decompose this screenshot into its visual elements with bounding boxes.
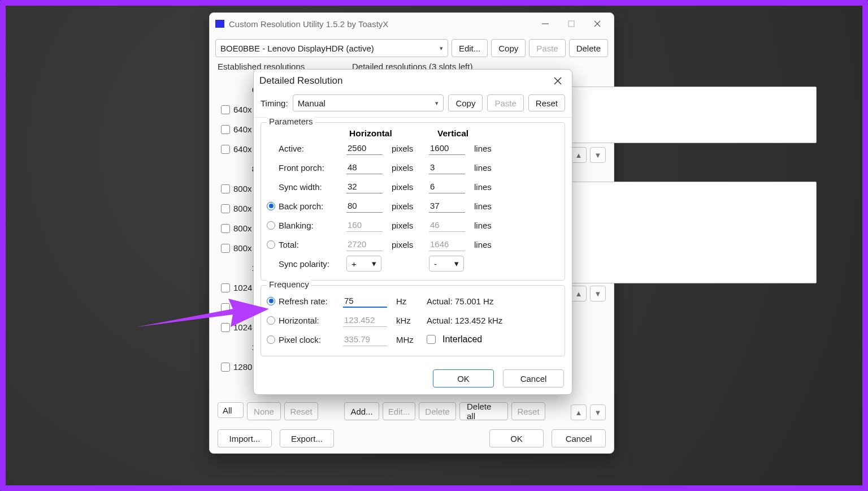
app-icon xyxy=(215,20,224,28)
delete-display-button[interactable]: Delete xyxy=(569,39,608,57)
refresh-radio[interactable] xyxy=(267,297,275,305)
horizontal-actual: Actual: 123.452 kHz xyxy=(427,316,502,325)
blanking-radio[interactable] xyxy=(267,221,275,230)
checkbox-icon[interactable] xyxy=(221,184,230,193)
chevron-down-icon: ▾ xyxy=(454,259,459,269)
window-title: Custom Resolution Utility 1.5.2 by Toast… xyxy=(229,19,532,29)
det-deleteall-button[interactable]: Delete all xyxy=(459,402,508,420)
maximize-button[interactable] xyxy=(558,15,584,32)
checkbox-icon[interactable] xyxy=(221,244,230,253)
move-up-icon[interactable]: ▲ xyxy=(571,147,587,163)
horizontal-radio[interactable] xyxy=(267,316,275,325)
move-down-icon[interactable]: ▼ xyxy=(590,147,606,163)
col-vertical: Vertical xyxy=(437,128,526,139)
move-up-icon[interactable]: ▲ xyxy=(571,404,587,420)
move-down-icon[interactable]: ▼ xyxy=(590,404,606,420)
close-button[interactable] xyxy=(584,15,610,32)
dlg-copy-button[interactable]: Copy xyxy=(448,94,483,111)
refresh-actual: Actual: 75.001 Hz xyxy=(427,296,493,306)
det-add-button[interactable]: Add... xyxy=(344,402,379,420)
timing-select[interactable]: Manual ▾ xyxy=(293,94,444,111)
interlaced-label: Interlaced xyxy=(442,334,482,344)
det-reset-button[interactable]: Reset xyxy=(511,402,545,420)
checkbox-icon[interactable] xyxy=(221,323,230,332)
row-syncpolarity: Sync polarity: +▾ -▾ xyxy=(267,254,559,273)
frequency-title: Frequency xyxy=(267,279,311,289)
backporch-v-input[interactable] xyxy=(429,199,465,213)
syncwidth-v-input[interactable] xyxy=(429,180,465,193)
total-h-input[interactable] xyxy=(346,238,383,251)
est-none-button[interactable]: None xyxy=(247,402,281,420)
row-syncwidth: Sync width: pixels lines xyxy=(267,177,559,196)
row-blanking: Blanking: pixels lines xyxy=(267,216,559,235)
detailed-buttons-left: Add... Edit... Delete Delete all Reset xyxy=(344,402,545,420)
checkbox-icon[interactable] xyxy=(221,105,230,114)
row-refresh: Refresh rate: Hz Actual: 75.001 Hz xyxy=(267,291,559,311)
dlg-paste-button[interactable]: Paste xyxy=(487,94,523,111)
total-radio[interactable] xyxy=(267,240,275,249)
minimize-button[interactable] xyxy=(532,15,558,32)
syncwidth-h-input[interactable] xyxy=(346,180,383,193)
display-toolbar: BOE0BBE - Lenovo DisplayHDR (active) ▾ E… xyxy=(210,35,614,61)
det-delete-button[interactable]: Delete xyxy=(419,402,456,420)
frontporch-h-input[interactable] xyxy=(346,161,383,174)
backporch-h-input[interactable] xyxy=(346,199,383,213)
chevron-down-icon: ▾ xyxy=(372,259,376,269)
move-up-icon[interactable]: ▲ xyxy=(571,286,587,302)
col-horizontal: Horizontal xyxy=(349,128,437,139)
paste-display-button[interactable]: Paste xyxy=(529,39,565,57)
chevron-down-icon: ▾ xyxy=(440,45,443,52)
blanking-h-input[interactable] xyxy=(346,218,383,232)
active-h-input[interactable] xyxy=(346,141,383,155)
detailed-resolution-dialog: Detailed Resolution Timing: Manual ▾ Cop… xyxy=(253,69,572,395)
total-v-input[interactable] xyxy=(429,238,465,251)
interlaced-checkbox[interactable] xyxy=(427,335,436,344)
move-down-icon[interactable]: ▼ xyxy=(590,286,606,302)
backporch-radio[interactable] xyxy=(267,202,275,210)
svg-rect-1 xyxy=(568,21,574,27)
checkbox-icon[interactable] xyxy=(221,303,230,312)
blanking-v-input[interactable] xyxy=(429,218,465,232)
row-active: Active: pixels lines xyxy=(267,139,559,158)
dialog-ok-button[interactable]: OK xyxy=(433,369,494,387)
checkbox-icon[interactable] xyxy=(221,125,230,134)
parameters-group: Parameters Horizontal Vertical Active: p… xyxy=(261,122,565,281)
syncpol-h-select[interactable]: +▾ xyxy=(346,256,381,272)
export-button[interactable]: Export... xyxy=(280,429,334,447)
frequency-group: Frequency Refresh rate: Hz Actual: 75.00… xyxy=(261,285,565,356)
pixelclock-radio[interactable] xyxy=(267,335,275,344)
row-total: Total: pixels lines xyxy=(267,235,559,254)
copy-display-button[interactable]: Copy xyxy=(491,39,526,57)
parameters-title: Parameters xyxy=(267,117,315,126)
detailed-actions-1: ▲ ▼ xyxy=(571,147,606,163)
timing-value: Manual xyxy=(298,98,326,108)
row-horizontal: Horizontal: kHz Actual: 123.452 kHz xyxy=(267,311,559,330)
display-select[interactable]: BOE0BBE - Lenovo DisplayHDR (active) ▾ xyxy=(215,39,448,57)
import-button[interactable]: Import... xyxy=(218,429,272,447)
checkbox-icon[interactable] xyxy=(221,283,230,292)
timing-bar: Timing: Manual ▾ Copy Paste Reset xyxy=(254,92,572,118)
checkbox-icon[interactable] xyxy=(221,224,230,233)
dlg-reset-button[interactable]: Reset xyxy=(528,94,565,111)
dialog-close-button[interactable] xyxy=(549,72,566,89)
edit-display-button[interactable]: Edit... xyxy=(452,39,488,57)
main-ok-button[interactable]: OK xyxy=(489,429,544,447)
est-all-button[interactable]: All xyxy=(218,402,244,418)
checkbox-icon[interactable] xyxy=(221,204,230,213)
established-buttons: All None Reset xyxy=(218,402,318,420)
syncpol-v-select[interactable]: -▾ xyxy=(429,256,464,272)
refresh-input[interactable] xyxy=(343,294,387,308)
dialog-cancel-button[interactable]: Cancel xyxy=(503,369,564,387)
detailed-list-1 xyxy=(558,87,817,143)
frontporch-v-input[interactable] xyxy=(429,161,465,174)
checkbox-icon[interactable] xyxy=(221,145,230,154)
dialog-footer: OK Cancel xyxy=(433,369,564,387)
row-backporch: Back porch: pixels lines xyxy=(267,196,559,216)
main-cancel-button[interactable]: Cancel xyxy=(552,429,606,447)
horizontal-input[interactable] xyxy=(343,313,387,327)
det-edit-button[interactable]: Edit... xyxy=(383,402,415,420)
est-reset-button[interactable]: Reset xyxy=(284,402,318,420)
checkbox-icon[interactable] xyxy=(221,363,230,372)
active-v-input[interactable] xyxy=(429,141,465,155)
pixelclock-input[interactable] xyxy=(343,333,387,346)
